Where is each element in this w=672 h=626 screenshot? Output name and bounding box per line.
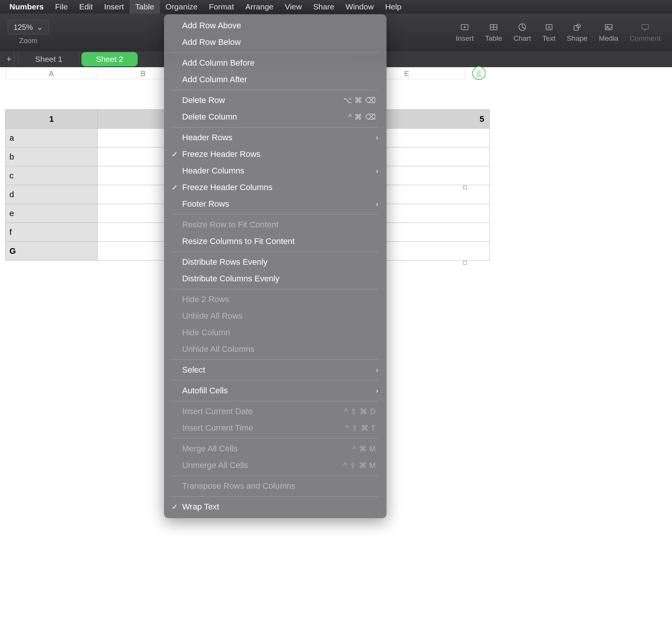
menubar-help[interactable]: Help — [379, 0, 407, 14]
menu-item-label: Add Column Before — [182, 58, 255, 68]
menubar-organize[interactable]: Organize — [160, 0, 203, 14]
menubar-arrange[interactable]: Arrange — [240, 0, 279, 14]
toolbar-media-label: Media — [599, 34, 618, 43]
menu-item-label: Insert Current Time — [182, 423, 253, 433]
menu-item[interactable]: Add Column Before — [164, 55, 387, 71]
menu-item: Resize Row to Fit Content — [164, 216, 387, 233]
row-head-f[interactable]: f — [6, 223, 98, 242]
chevron-down-icon: ⌄ — [37, 23, 43, 32]
add-sheet-button[interactable]: + — [4, 51, 14, 67]
menu-item[interactable]: Delete Row⌥ ⌘ ⌫ — [164, 92, 387, 109]
menu-item[interactable]: Distribute Columns Evenly — [164, 270, 387, 287]
menu-item-label: Header Rows — [182, 133, 232, 143]
menu-item-label: Footer Rows — [182, 199, 229, 209]
menu-item[interactable]: Resize Columns to Fit Content — [164, 233, 387, 250]
menu-item-label: Unhide All Columns — [182, 344, 255, 354]
toolbar-media-button[interactable]: Media — [599, 22, 618, 43]
shape-icon — [571, 22, 583, 32]
zoom-select[interactable]: 125% ⌄ — [8, 20, 49, 34]
chevron-right-icon: › — [376, 134, 378, 142]
menubar-share[interactable]: Share — [307, 0, 340, 14]
menu-item-label: Hide 2 Rows — [182, 295, 229, 304]
menu-item[interactable]: Select› — [164, 362, 387, 378]
menu-item: Unhide All Rows — [164, 308, 387, 324]
toolbar-insert-label: Insert — [456, 34, 474, 43]
zoom-label: Zoom — [19, 37, 38, 45]
menu-item: Unmerge All Cells^ ⇧ ⌘ M — [164, 457, 387, 474]
toolbar-shape-button[interactable]: Shape — [567, 22, 588, 43]
menu-item[interactable]: Delete Column^ ⌘ ⌫ — [164, 109, 387, 125]
menu-item-label: Distribute Rows Evenly — [182, 257, 267, 267]
svg-text:A: A — [547, 25, 550, 30]
menu-shortcut: ^ ⇧ ⌘ D — [344, 407, 376, 416]
menubar-insert[interactable]: Insert — [98, 0, 130, 14]
menubar-app-name[interactable]: Numbers — [4, 0, 49, 14]
menu-item-label: Merge All Cells — [182, 444, 238, 454]
menu-item[interactable]: Add Row Below — [164, 34, 387, 51]
menu-item-label: Insert Current Date — [182, 407, 253, 416]
toolbar-buttons: Insert Table Chart A Text Shape Media Co… — [456, 22, 661, 43]
menu-shortcut: ^ ⌘ ⌫ — [348, 112, 376, 121]
menu-shortcut: ^ ⌘ M — [353, 444, 376, 453]
menu-separator — [172, 476, 378, 476]
menubar-file[interactable]: File — [49, 0, 74, 14]
menu-item[interactable]: Add Row Above — [164, 17, 387, 34]
menu-shortcut: ⌥ ⌘ ⌫ — [343, 96, 376, 105]
row-head-b[interactable]: b — [6, 147, 98, 166]
menu-item[interactable]: ✓Wrap Text — [164, 499, 387, 515]
row-head-g[interactable]: G — [6, 242, 98, 261]
menubar-table[interactable]: Table — [130, 0, 160, 14]
text-icon: A — [543, 22, 555, 32]
svg-rect-13 — [642, 25, 649, 29]
menu-item: Transpose Rows and Columns — [164, 478, 387, 494]
menu-item[interactable]: Add Column After — [164, 71, 387, 88]
menubar-format[interactable]: Format — [203, 0, 240, 14]
menu-separator — [172, 52, 378, 53]
menu-item[interactable]: Header Columns› — [164, 163, 387, 179]
menubar: Numbers File Edit Insert Table Organize … — [0, 0, 672, 14]
menu-item[interactable]: ✓Freeze Header Rows — [164, 146, 387, 163]
toolbar-table-button[interactable]: Table — [485, 22, 502, 43]
menu-item[interactable]: Autofill Cells› — [164, 382, 387, 399]
selection-handle[interactable] — [463, 186, 467, 189]
menu-item-label: Resize Row to Fit Content — [182, 220, 279, 230]
insert-icon — [459, 22, 470, 32]
header-cell-1[interactable]: 1 — [6, 110, 98, 129]
menubar-edit[interactable]: Edit — [74, 0, 98, 14]
row-head-d[interactable]: d — [6, 185, 98, 204]
menubar-window[interactable]: Window — [340, 0, 379, 14]
menu-item-label: Delete Row — [182, 95, 225, 105]
menu-item-label: Add Column After — [182, 75, 247, 84]
menubar-view[interactable]: View — [279, 0, 307, 14]
add-column-button[interactable]: || — [472, 66, 486, 80]
col-ruler-a[interactable]: A — [5, 68, 97, 79]
menu-item: Hide 2 Rows — [164, 291, 387, 308]
menu-item[interactable]: Header Rows› — [164, 129, 387, 146]
toolbar-text-button[interactable]: A Text — [542, 22, 555, 43]
toolbar-insert-button[interactable]: Insert — [456, 22, 474, 43]
media-icon — [603, 22, 614, 32]
menu-item: Merge All Cells^ ⌘ M — [164, 440, 387, 457]
menu-item[interactable]: ✓Freeze Header Columns — [164, 179, 387, 196]
chart-icon — [517, 22, 528, 32]
toolbar-comment-button[interactable]: Comment — [630, 22, 661, 43]
menu-item[interactable]: Footer Rows› — [164, 196, 387, 212]
chevron-right-icon: › — [376, 167, 378, 175]
row-head-e[interactable]: e — [6, 204, 98, 223]
menu-item-label: Add Row Above — [182, 21, 241, 31]
comment-icon — [640, 22, 651, 32]
menu-item: Insert Current Date^ ⇧ ⌘ D — [164, 403, 387, 420]
menu-item-label: Wrap Text — [182, 502, 219, 512]
toolbar-chart-button[interactable]: Chart — [514, 22, 531, 43]
menu-item-label: Add Row Below — [182, 37, 241, 47]
sheet-tab-1[interactable]: Sheet 1 — [21, 52, 77, 66]
toolbar-shape-label: Shape — [567, 34, 588, 43]
sheet-tab-2[interactable]: Sheet 2 — [81, 52, 137, 66]
menu-item[interactable]: Distribute Rows Evenly — [164, 254, 387, 270]
menu-separator — [172, 496, 378, 497]
row-head-c[interactable]: c — [6, 166, 98, 185]
check-icon: ✓ — [172, 183, 178, 192]
selection-handle[interactable] — [463, 261, 467, 265]
menu-item-label: Select — [182, 365, 205, 375]
row-head-a[interactable]: a — [6, 129, 98, 147]
